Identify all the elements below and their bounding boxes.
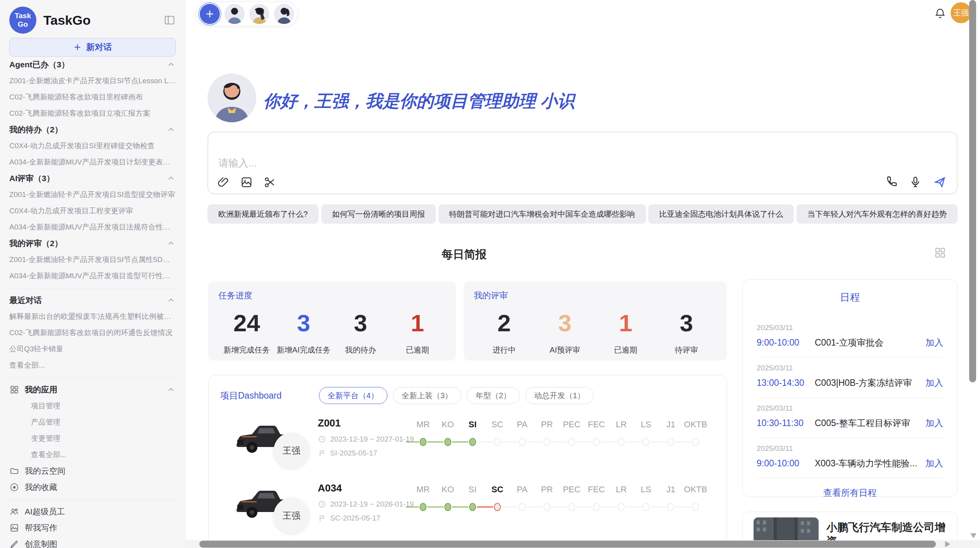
vertical-scrollbar-thumb[interactable] — [969, 0, 976, 382]
milestone-label: PA — [517, 485, 528, 495]
bell-icon[interactable] — [934, 7, 947, 20]
sidebar-list-item[interactable]: A034-全新新能源MUV产品开发项目造型可行性评审 — [9, 268, 176, 284]
paperclip-icon[interactable] — [217, 176, 230, 189]
milestone-dot[interactable] — [444, 438, 451, 446]
milestone-dot[interactable] — [420, 438, 427, 446]
phone-icon[interactable] — [885, 175, 898, 188]
add-collaborator-button[interactable] — [200, 4, 220, 24]
dashboard-tab[interactable]: 年型（2） — [467, 387, 520, 404]
suggestion-chip[interactable]: 如何写一份清晰的项目周报 — [321, 204, 436, 224]
app-logo: Task Go — [9, 7, 36, 34]
milestone-dot[interactable] — [519, 503, 526, 511]
sidebar-item-cloud[interactable]: 我的云空间 — [9, 463, 176, 479]
sidebar-item-write[interactable]: 帮我写作 — [9, 520, 176, 536]
dashboard-tab[interactable]: 全新平台（4） — [319, 387, 387, 404]
collapse-sidebar-icon[interactable] — [163, 14, 176, 26]
dashboard-tabs: 全新平台（4）全新上装（3）年型（2）动总开发（1） — [319, 387, 594, 404]
milestone-dot[interactable] — [469, 438, 476, 446]
milestone-dot[interactable] — [568, 503, 575, 511]
project-code[interactable]: Z001 — [318, 417, 341, 429]
view-all-schedule-link[interactable]: 查看所有日程 — [757, 487, 943, 499]
sidebar-section-header[interactable]: Agent已办（3） — [9, 57, 176, 73]
sidebar-divider — [9, 288, 176, 288]
milestone-dot[interactable] — [692, 503, 699, 511]
milestone-dot[interactable] — [543, 503, 550, 511]
sidebar-list-item[interactable]: C02-飞腾新能源轻客改款项目立项汇报方案 — [9, 105, 176, 122]
milestone-connector — [477, 442, 493, 442]
sidebar-section-header[interactable]: 我的待办（2） — [9, 122, 176, 138]
milestone-dot[interactable] — [543, 438, 550, 446]
sidebar-list-item[interactable]: C02-飞腾新能源轻客改款项目里程碑画布 — [9, 89, 176, 105]
message-composer[interactable]: 请输入... — [207, 132, 958, 194]
briefing-grid-icon[interactable] — [934, 246, 947, 259]
sidebar-app-item[interactable]: 项目管理 — [9, 398, 176, 414]
sidebar-list-item[interactable]: Z001-全新燃油轻卡产品开发项目SI造型提交物评审 — [9, 187, 176, 203]
milestone-dot[interactable] — [692, 438, 699, 446]
sidebar-app-item[interactable]: 产品管理 — [9, 414, 176, 430]
milestone-dot[interactable] — [568, 438, 575, 446]
collaborator-avatar[interactable] — [249, 4, 269, 24]
milestone-dot[interactable] — [593, 438, 600, 446]
send-icon[interactable] — [933, 175, 947, 189]
sidebar-list-item[interactable]: 解释最新出台的欧盟报废车法规再生塑料比例被调至15%... — [9, 308, 176, 325]
milestone-dot[interactable] — [642, 503, 649, 511]
project-code[interactable]: A034 — [318, 482, 342, 494]
milestone-dot[interactable] — [667, 503, 674, 511]
milestone-dot[interactable] — [667, 438, 674, 446]
sidebar-item-pen[interactable]: 创意制图 — [9, 536, 176, 548]
milestone-dot[interactable] — [444, 503, 451, 511]
dashboard-tab[interactable]: 全新上装（3） — [393, 387, 461, 404]
sidebar-item-star[interactable]: 我的收藏 — [9, 479, 176, 495]
suggestion-chip[interactable]: 欧洲新规最近颁布了什么? — [207, 204, 319, 224]
milestone-dot[interactable] — [618, 438, 625, 446]
sidebar-app-item[interactable]: 查看全部... — [9, 447, 176, 463]
scissors-icon[interactable] — [263, 176, 276, 189]
sidebar-list-item[interactable]: Z001-全新燃油轻卡产品开发项目SI节点属性5D文件评审 — [9, 252, 176, 268]
scroll-down-arrow-icon[interactable] — [970, 533, 977, 538]
milestone-dot[interactable] — [519, 438, 526, 446]
sidebar-item-people[interactable]: AI超级员工 — [9, 503, 176, 520]
sidebar-apps-header[interactable]: 我的应用 — [9, 382, 176, 398]
collaborator-avatar[interactable] — [224, 4, 245, 24]
sidebar-list-item[interactable]: Z001-全新燃油皮卡产品开发项目SI节点Lesson Learn报告 — [9, 73, 176, 89]
suggestion-chip[interactable]: 特朗普可能对进口汽车增税会对中国车企造成哪些影响 — [439, 204, 646, 224]
sidebar-list-item[interactable]: A034-全新新能源MUV产品开发项目计划变更表编写 — [9, 154, 176, 170]
milestone-dot[interactable] — [618, 503, 625, 511]
taskgo-app: Task Go TaskGo 新对话 Agent已办（3）Z001-全新燃油皮卡… — [0, 0, 980, 548]
schedule-card: 日程 2025/03/119:00-10:00C001-立项审批会加入2025/… — [742, 279, 958, 497]
suggestion-chip[interactable]: 比亚迪全固态电池计划具体说了什么 — [648, 204, 794, 224]
milestone-dot[interactable] — [494, 438, 501, 446]
suggestion-chip[interactable]: 当下年轻人对汽车外观有怎样的喜好趋势 — [797, 204, 958, 224]
milestone-dot[interactable] — [469, 503, 476, 511]
chevron-up-icon — [166, 174, 176, 183]
event-join-link[interactable]: 加入 — [925, 457, 943, 469]
mic-icon[interactable] — [909, 175, 922, 188]
sidebar-list-item[interactable]: 查看全部... — [9, 357, 176, 373]
milestone-dot[interactable] — [420, 503, 427, 511]
new-chat-button[interactable]: 新对话 — [9, 38, 176, 57]
sidebar-list-item[interactable]: C0X4-动力总成开发项目SI里程碑提交物检查 — [9, 138, 176, 154]
image-icon[interactable] — [240, 176, 253, 189]
sidebar-app-item[interactable]: 变更管理 — [9, 430, 176, 447]
sidebar-list-item[interactable]: 公司Q3轻卡销量 — [9, 341, 176, 357]
event-join-link[interactable]: 加入 — [925, 417, 943, 429]
sidebar-recent-header[interactable]: 最近对话 — [9, 292, 176, 308]
sidebar-list-item[interactable]: C02-飞腾新能源轻客改款项目的闭环通告反馈情况 — [9, 325, 176, 341]
sidebar-section-header[interactable]: 我的评审（2） — [9, 235, 176, 252]
sidebar-list-item[interactable]: A034-全新新能源MUV产品开发项目法规符合性评审 — [9, 219, 176, 235]
sidebar-list-item[interactable]: C0X4-动力总成开发项目工程变更评审 — [9, 203, 176, 219]
event-join-link[interactable]: 加入 — [925, 377, 943, 389]
stat-label: 我的待办 — [332, 345, 389, 355]
horizontal-scrollbar-thumb[interactable] — [199, 541, 936, 548]
milestone-dot[interactable] — [642, 438, 649, 446]
sidebar-section-header[interactable]: AI评审（3） — [9, 170, 176, 187]
event-join-link[interactable]: 加入 — [925, 337, 943, 349]
collaborator-avatar[interactable] — [274, 4, 294, 24]
milestone-dot[interactable] — [593, 503, 600, 511]
user-avatar[interactable]: 王强 — [951, 2, 971, 23]
flag-icon — [318, 514, 326, 522]
milestone-dot[interactable] — [494, 503, 501, 511]
milestone-label: MR — [416, 485, 430, 495]
dashboard-tab[interactable]: 动总开发（1） — [525, 387, 594, 404]
scroll-right-arrow-icon[interactable] — [945, 541, 950, 547]
